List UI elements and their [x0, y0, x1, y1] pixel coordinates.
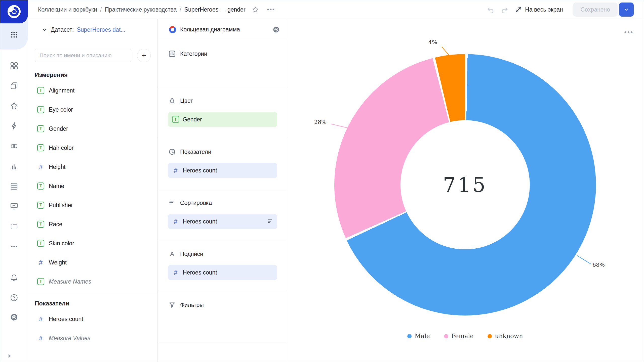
dataset-fields-panel: Датасет: SuperHeroes dat... + Измерения … [28, 19, 158, 362]
saved-button[interactable]: Сохранено [573, 3, 618, 17]
chart-more-menu-icon[interactable]: ••• [624, 29, 634, 36]
section-sort-header: Сортировка [168, 196, 287, 210]
expand-icon [515, 6, 522, 13]
fullscreen-label: На весь экран [525, 6, 563, 13]
header-actions: На весь экран Сохранено [487, 3, 634, 17]
collections-icon[interactable] [0, 81, 28, 90]
fullscreen-button[interactable]: На весь экран [515, 6, 563, 13]
donut-chart[interactable]: 715 [334, 54, 596, 315]
section-categories-header: Категории [168, 47, 287, 61]
donut-chart-type-icon[interactable] [169, 26, 176, 33]
field-publisher[interactable]: TPublisher [28, 196, 157, 215]
field-label: Height [49, 164, 65, 170]
field-label: Measure Names [49, 278, 91, 285]
section-filters[interactable]: Фильтры [158, 291, 287, 344]
legend-item-male[interactable]: Male [407, 333, 430, 340]
settings-icon[interactable] [0, 313, 28, 322]
measures-list: #Heroes count #Measure Values [28, 309, 157, 348]
text-field-icon: T [37, 221, 44, 228]
text-field-icon: T [37, 106, 44, 113]
left-rail [0, 0, 28, 362]
files-icon[interactable] [0, 222, 28, 231]
datasets-icon[interactable] [0, 142, 28, 150]
field-weight[interactable]: #Weight [28, 253, 157, 272]
number-field-icon: # [37, 163, 44, 171]
favorites-icon[interactable] [0, 102, 28, 110]
section-sort[interactable]: Сортировка # Heroes count [158, 189, 287, 240]
field-eye-color[interactable]: TEye color [28, 100, 157, 119]
chip-label: Heroes count [183, 269, 217, 276]
chart-actions-menu-icon[interactable]: ••• [267, 6, 275, 13]
chart-center-total: 715 [443, 173, 488, 197]
services-grid-icon[interactable] [0, 30, 28, 39]
breadcrumb-guides[interactable]: Практические руководства [105, 6, 177, 13]
tables-icon[interactable] [0, 182, 28, 191]
text-field-icon: T [37, 278, 44, 285]
undo-icon[interactable] [487, 6, 494, 13]
notifications-icon[interactable] [0, 274, 28, 282]
save-menu-button[interactable] [619, 3, 634, 17]
charts-icon[interactable] [0, 162, 28, 170]
labels-chip-heroes-count[interactable]: # Heroes count [168, 265, 277, 280]
field-alignment[interactable]: TAlignment [28, 81, 157, 100]
field-name[interactable]: TName [28, 176, 157, 196]
more-icon[interactable] [0, 242, 28, 251]
color-drop-icon [168, 97, 176, 105]
field-measure-values[interactable]: #Measure Values [28, 329, 157, 348]
sort-order-icon[interactable] [267, 218, 273, 225]
add-field-button[interactable]: + [137, 49, 151, 62]
chip-label: Heroes count [183, 218, 217, 225]
chart-settings-gear-icon[interactable] [272, 26, 280, 33]
chart-type-header: Кольцевая диаграмма [158, 19, 287, 40]
legend-item-female[interactable]: Female [444, 333, 474, 340]
section-color[interactable]: Цвет T Gender [158, 87, 287, 138]
section-title: Сортировка [180, 200, 212, 206]
dimensions-list: TAlignment TEye color TGender THair colo… [28, 81, 157, 291]
field-race[interactable]: TRace [28, 215, 157, 234]
redo-icon[interactable] [501, 6, 508, 13]
fields-search-input[interactable] [35, 49, 131, 62]
sort-chip-heroes-count[interactable]: # Heroes count [168, 214, 277, 229]
slice-label-female: 28% [314, 119, 327, 125]
number-field-icon: # [172, 269, 179, 277]
text-field-icon: T [37, 202, 44, 209]
number-field-icon: # [37, 259, 44, 266]
field-label: Skin color [49, 240, 74, 247]
legend-item-unknown[interactable]: unknown [488, 333, 523, 340]
measures-chip-heroes-count[interactable]: # Heroes count [168, 163, 277, 178]
legend-dot-female [444, 334, 448, 338]
chart-preview-pane: ••• 715 4% 28% 68% Male Female [288, 19, 644, 362]
workbooks-icon[interactable] [0, 62, 28, 70]
dataset-name-link[interactable]: SuperHeroes dat... [77, 26, 125, 33]
categories-icon [168, 50, 176, 58]
favorite-star-icon[interactable] [252, 6, 259, 13]
field-skin-color[interactable]: TSkin color [28, 234, 157, 253]
chart-type-label[interactable]: Кольцевая диаграмма [180, 26, 240, 33]
help-icon[interactable] [0, 293, 28, 302]
breadcrumb-collections[interactable]: Коллекции и воркбуки [38, 6, 97, 13]
breadcrumb-current-chart[interactable]: SuperHeroes — gender [184, 6, 246, 13]
collapse-sidebar-icon[interactable] [0, 352, 15, 360]
section-measures-header: Показатели [168, 145, 287, 159]
section-color-header: Цвет [168, 94, 287, 108]
field-measure-names[interactable]: TMeasure Names [28, 272, 157, 291]
number-field-icon: # [172, 218, 179, 225]
section-measures[interactable]: Показатели # Heroes count [158, 138, 287, 189]
section-categories[interactable]: Категории [158, 40, 287, 87]
donut-hole: 715 [400, 120, 530, 249]
field-height[interactable]: #Height [28, 157, 157, 176]
datalens-logo-icon[interactable] [8, 5, 21, 18]
dashboards-icon[interactable] [0, 202, 28, 210]
field-label: Race [49, 221, 62, 228]
chevron-down-icon[interactable] [41, 26, 48, 33]
connections-icon[interactable] [0, 122, 28, 130]
text-field-icon: T [37, 125, 44, 132]
dataset-label: Датасет: [51, 26, 74, 33]
field-gender[interactable]: TGender [28, 119, 157, 138]
color-chip-gender[interactable]: T Gender [168, 112, 277, 127]
section-labels[interactable]: A Подписи # Heroes count [158, 240, 287, 291]
field-heroes-count[interactable]: #Heroes count [28, 309, 157, 329]
legend-dot-male [407, 334, 412, 338]
field-hair-color[interactable]: THair color [28, 138, 157, 157]
slice-label-unknown: 4% [428, 39, 437, 46]
